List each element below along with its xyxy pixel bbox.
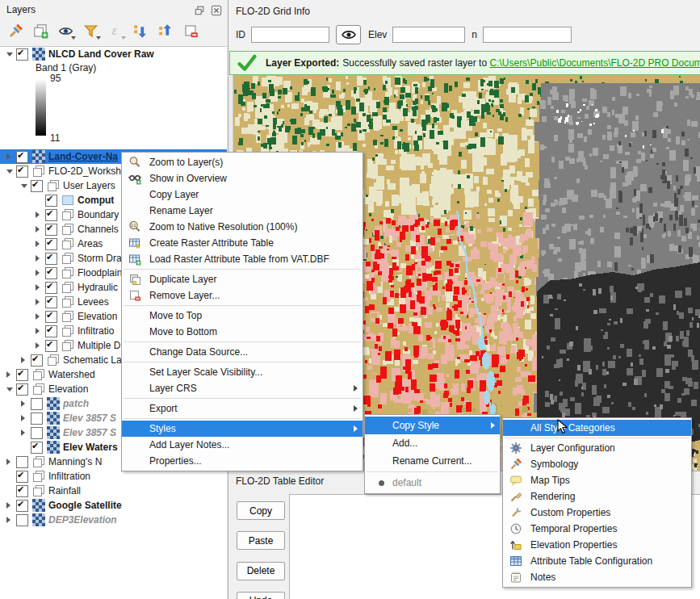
layer-visibility-checkbox[interactable] xyxy=(16,369,28,381)
context-menu-item[interactable]: Move to Bottom xyxy=(122,324,363,340)
layer-visibility-checkbox[interactable] xyxy=(16,514,28,526)
remove-layer-button[interactable] xyxy=(181,23,200,42)
context-menu-item[interactable]: Change Data Source... xyxy=(122,344,363,360)
context-menu-item[interactable]: Set Layer Scale Visibility... xyxy=(122,364,363,380)
copy-style-menu-item[interactable]: All Style Categories xyxy=(503,420,691,436)
expand-arrow-icon[interactable] xyxy=(21,184,31,188)
context-menu-item[interactable]: Show in Overview xyxy=(122,170,363,186)
context-menu-item[interactable]: Duplicate Layer xyxy=(122,271,363,287)
layer-visibility-checkbox[interactable] xyxy=(31,398,43,410)
expand-arrow-icon[interactable] xyxy=(36,212,45,218)
expand-arrow-icon[interactable] xyxy=(6,517,16,523)
layer-visibility-checkbox[interactable] xyxy=(45,238,57,250)
styles-menu-item[interactable]: Add... xyxy=(365,434,500,452)
styles-menu-item[interactable]: Rename Current... xyxy=(365,452,500,470)
expand-arrow-icon[interactable] xyxy=(6,371,16,378)
expand-arrow-icon[interactable] xyxy=(36,299,45,305)
context-menu-item[interactable]: Add Layer Notes... xyxy=(122,437,363,453)
expand-arrow-icon[interactable] xyxy=(36,284,45,291)
copy-style-menu-item[interactable]: Symbology xyxy=(503,456,691,472)
expand-arrow-icon[interactable] xyxy=(36,255,45,262)
layer-visibility-checkbox[interactable] xyxy=(45,282,57,294)
expand-arrow-icon[interactable] xyxy=(36,241,45,247)
layer-visibility-checkbox[interactable] xyxy=(31,180,43,192)
context-menu-item[interactable]: Styles xyxy=(122,421,363,437)
undock-panel-icon[interactable] xyxy=(192,3,206,17)
expand-arrow-icon[interactable] xyxy=(21,400,31,407)
add-group-button[interactable] xyxy=(31,23,50,42)
copy-style-menu-item[interactable]: Map Tips xyxy=(503,472,691,488)
layer-tree-row[interactable]: NLCD Land Cover Raw xyxy=(0,47,227,61)
expand-arrow-icon[interactable] xyxy=(36,313,45,320)
context-menu-item[interactable]: Rename Layer xyxy=(122,203,363,219)
layer-visibility-checkbox[interactable] xyxy=(31,427,43,439)
expand-arrow-icon[interactable] xyxy=(21,357,31,363)
delete-button[interactable]: Delete xyxy=(237,562,285,580)
copy-style-menu-item[interactable]: Temporal Properties xyxy=(503,521,691,537)
context-menu-item[interactable]: Export xyxy=(122,400,363,417)
filter-legend-by-expression-button[interactable]: ε xyxy=(106,23,125,42)
context-menu-item[interactable]: Layer CRS xyxy=(122,380,363,396)
expand-arrow-icon[interactable] xyxy=(6,52,16,57)
layer-visibility-checkbox[interactable] xyxy=(31,354,43,367)
layer-visibility-checkbox[interactable] xyxy=(45,340,57,352)
n-input[interactable] xyxy=(483,27,572,43)
expand-all-button[interactable] xyxy=(131,23,150,42)
close-panel-icon[interactable] xyxy=(209,3,223,17)
layer-visibility-checkbox[interactable] xyxy=(16,165,28,178)
copy-style-menu-item[interactable]: Attribute Table Configuration xyxy=(503,553,691,569)
layer-visibility-checkbox[interactable] xyxy=(45,296,57,308)
layer-visibility-checkbox[interactable] xyxy=(16,471,28,483)
expand-arrow-icon[interactable] xyxy=(6,387,16,392)
layer-visibility-checkbox[interactable] xyxy=(16,151,28,163)
expand-arrow-icon[interactable] xyxy=(36,342,45,349)
layer-visibility-checkbox[interactable] xyxy=(16,383,28,396)
expand-arrow-icon[interactable] xyxy=(36,226,45,232)
layer-visibility-checkbox[interactable] xyxy=(31,442,43,454)
undo-button[interactable]: Undo xyxy=(237,592,285,599)
expand-arrow-icon[interactable] xyxy=(21,415,31,421)
layer-tree-row[interactable]: Google Satellite xyxy=(0,498,227,513)
copy-button[interactable]: Copy xyxy=(237,501,285,520)
layer-visibility-checkbox[interactable] xyxy=(45,253,57,265)
elev-input[interactable] xyxy=(392,27,465,43)
context-menu-item[interactable]: Load Raster Attribute Table from VAT.DBF xyxy=(122,251,363,267)
current-style-item[interactable]: default xyxy=(365,474,500,492)
layer-visibility-checkbox[interactable] xyxy=(45,267,57,279)
copy-style-menu-item[interactable]: Notes xyxy=(503,569,691,585)
layer-visibility-checkbox[interactable] xyxy=(45,195,57,207)
expand-arrow-icon[interactable] xyxy=(6,153,16,160)
expand-arrow-icon[interactable] xyxy=(6,502,16,509)
layer-visibility-checkbox[interactable] xyxy=(45,325,57,337)
layer-visibility-checkbox[interactable] xyxy=(16,500,28,512)
copy-style-menu-item[interactable]: Rendering xyxy=(503,488,691,505)
context-menu-item[interactable]: Create Raster Attribute Table xyxy=(122,235,363,251)
manage-map-themes-button[interactable] xyxy=(56,23,75,42)
expand-arrow-icon[interactable] xyxy=(21,429,31,436)
expand-arrow-icon[interactable] xyxy=(6,459,16,465)
expand-arrow-icon[interactable] xyxy=(36,270,45,276)
eye-button[interactable] xyxy=(336,25,361,44)
layer-visibility-checkbox[interactable] xyxy=(31,413,43,425)
filter-legend-button[interactable] xyxy=(81,23,100,42)
copy-style-menu-item[interactable]: Elevation Properties xyxy=(503,537,691,553)
layer-tree-row[interactable]: DEP3Elevation xyxy=(0,513,227,527)
context-menu-item[interactable]: Copy Layer xyxy=(122,186,363,203)
context-menu-item[interactable]: Properties... xyxy=(122,453,363,469)
layer-tree-row[interactable]: Rainfall xyxy=(0,484,227,498)
layer-visibility-checkbox[interactable] xyxy=(16,456,28,468)
open-layer-styling-button[interactable] xyxy=(6,23,25,42)
expand-arrow-icon[interactable] xyxy=(6,170,16,174)
layer-visibility-checkbox[interactable] xyxy=(45,209,57,221)
layer-visibility-checkbox[interactable] xyxy=(45,224,57,236)
copy-style-menu-item[interactable]: Layer Configuration xyxy=(503,440,691,456)
layer-visibility-checkbox[interactable] xyxy=(45,311,57,323)
context-menu-item[interactable]: Zoom to Layer(s) xyxy=(122,154,363,170)
layer-visibility-checkbox[interactable] xyxy=(16,485,28,497)
styles-menu-item[interactable]: Copy Style xyxy=(365,417,500,434)
copy-style-menu-item[interactable]: Custom Properties xyxy=(503,505,691,521)
collapse-all-button[interactable] xyxy=(156,23,175,42)
layer-visibility-checkbox[interactable] xyxy=(16,48,28,61)
context-menu-item[interactable]: 1:1 Zoom to Native Resolution (100%) xyxy=(122,219,363,235)
paste-button[interactable]: Paste xyxy=(237,531,285,550)
